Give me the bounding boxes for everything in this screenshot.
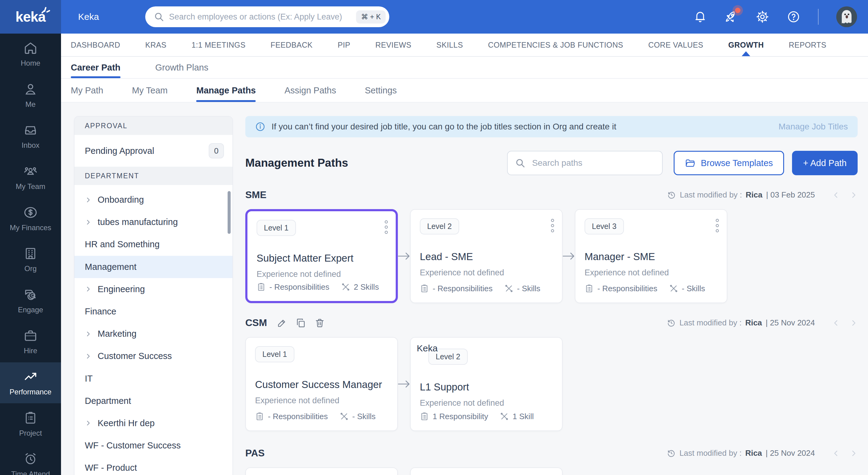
search-paths-input[interactable]	[531, 157, 655, 169]
home-icon	[23, 40, 38, 55]
department-item[interactable]: Engineering	[74, 278, 232, 300]
sidebar-item-engage[interactable]: Engage	[0, 280, 61, 322]
responsibilities-stat: 1 Responsibility	[420, 412, 488, 421]
sidebar-item-me[interactable]: Me	[0, 75, 61, 116]
nav-rows: DASHBOARD KRAS 1:1 MEETINGS FEEDBACK PIP…	[61, 34, 868, 102]
notifications-bell-icon[interactable]	[693, 10, 707, 24]
tab-growth-plans[interactable]: Growth Plans	[155, 57, 208, 78]
manage-paths-main: If you can’t find your desired job title…	[245, 116, 858, 475]
tab-growth[interactable]: GROWTH	[728, 34, 764, 56]
skills-stat: - Skills	[504, 284, 540, 293]
tab-reports[interactable]: REPORTS	[789, 34, 826, 56]
sidebar-item-my-team[interactable]: My Team	[0, 157, 61, 198]
pas-cards-row	[245, 467, 858, 475]
card-menu-icon[interactable]	[715, 218, 720, 234]
sidebar-item-inbox[interactable]: Inbox	[0, 116, 61, 157]
department-item[interactable]: WF - Product	[74, 457, 232, 475]
department-item[interactable]: Customer Success	[74, 345, 232, 367]
path-card-l1-support[interactable]: Keka Level 2 L1 Support Experience not d…	[410, 337, 563, 431]
folder-icon	[685, 158, 695, 168]
path-card[interactable]	[410, 467, 563, 475]
sidebar-item-home[interactable]: Home	[0, 34, 61, 75]
chevron-right-icon[interactable]	[85, 420, 98, 426]
shortcut-badge: ⌘ + K	[356, 10, 385, 24]
user-avatar[interactable]	[836, 6, 857, 27]
tab-kras[interactable]: KRAS	[145, 34, 166, 56]
department-item-selected[interactable]: Management	[74, 256, 232, 278]
settings-gear-icon[interactable]	[756, 10, 769, 24]
keka-overlay-text: Keka	[417, 343, 437, 354]
tab-pip[interactable]: PIP	[338, 34, 350, 56]
user-icon	[23, 82, 38, 96]
card-menu-icon[interactable]	[550, 218, 555, 234]
chevron-right-icon[interactable]	[85, 353, 98, 360]
card-title: L1 Support	[420, 381, 553, 393]
department-item[interactable]: IT	[74, 367, 232, 390]
department-item[interactable]: tubes manufacturing	[74, 211, 232, 233]
copy-icon[interactable]	[296, 318, 306, 328]
path-card-lead-sme[interactable]: Level 2 Lead - SME Experience not define…	[410, 209, 563, 303]
tab-assign-paths[interactable]: Assign Paths	[284, 79, 336, 102]
department-item[interactable]: Keerthi Hr dep	[74, 412, 232, 435]
department-item[interactable]: Marketing	[74, 323, 232, 345]
global-search-input[interactable]	[164, 12, 356, 22]
tab-core-values[interactable]: CORE VALUES	[648, 34, 703, 56]
sme-cards-row: Level 1 Subject Matter Expert Experience…	[245, 209, 858, 303]
chevron-right-icon[interactable]	[850, 191, 858, 199]
tab-dashboard[interactable]: DASHBOARD	[71, 34, 120, 56]
department-list-scrollbar[interactable]	[227, 191, 231, 234]
pending-approval-item[interactable]: Pending Approval 0	[74, 135, 232, 167]
performance-trend-icon	[23, 369, 38, 384]
search-paths-field[interactable]	[507, 151, 663, 175]
chevron-right-icon[interactable]	[85, 331, 98, 337]
chevron-left-icon[interactable]	[832, 191, 840, 199]
path-card-customer-success-manager[interactable]: Level 1 Customer Success Manager Experie…	[245, 337, 398, 431]
tab-1-1-meetings[interactable]: 1:1 MEETINGS	[192, 34, 246, 56]
chevron-right-icon[interactable]	[850, 319, 858, 327]
global-search[interactable]: ⌘ + K	[145, 6, 389, 27]
chevron-right-icon[interactable]	[850, 449, 858, 457]
sidebar-item-time-attend[interactable]: Time Attend	[0, 444, 61, 475]
department-item[interactable]: WF - Customer Success	[74, 435, 232, 457]
tab-career-path[interactable]: Career Path	[71, 57, 121, 78]
edit-pencil-icon[interactable]	[277, 318, 287, 328]
chevron-right-icon[interactable]	[85, 286, 98, 292]
browse-templates-button[interactable]: Browse Templates	[674, 151, 784, 175]
add-path-button[interactable]: + Add Path	[792, 151, 858, 175]
tab-reviews[interactable]: REVIEWS	[375, 34, 411, 56]
whats-new-rocket-icon[interactable]	[724, 10, 738, 24]
department-item[interactable]: Onboarding	[74, 189, 232, 211]
responsibilities-stat: - Responsibilities	[256, 282, 330, 292]
sidebar-item-project[interactable]: Project	[0, 403, 61, 444]
path-card[interactable]	[245, 467, 398, 475]
help-icon[interactable]	[787, 10, 800, 24]
sidebar-item-hire[interactable]: Hire	[0, 321, 61, 362]
sidebar-item-org[interactable]: Org	[0, 239, 61, 280]
keka-logo[interactable]: keka	[0, 0, 61, 34]
department-item[interactable]: Finance	[74, 300, 232, 323]
card-experience: Experience not defined	[585, 268, 718, 277]
card-title: Customer Success Manager	[255, 379, 389, 390]
manage-job-titles-link[interactable]: Manage Job Titles	[779, 122, 848, 131]
team-icon	[23, 164, 38, 179]
sidebar-item-my-finances[interactable]: My Finances	[0, 198, 61, 239]
chevron-left-icon[interactable]	[832, 319, 840, 327]
department-item[interactable]: Department	[74, 390, 232, 412]
last-modified-info: Last modified by : Rica | 03 Feb 2025	[667, 190, 858, 200]
tab-settings[interactable]: Settings	[365, 79, 397, 102]
chevron-right-icon[interactable]	[85, 219, 98, 226]
tab-my-path[interactable]: My Path	[71, 79, 103, 102]
delete-trash-icon[interactable]	[315, 318, 325, 328]
tab-competencies-job-functions[interactable]: COMPETENCIES & JOB FUNCTIONS	[488, 34, 623, 56]
card-menu-icon[interactable]	[383, 219, 389, 235]
path-card-manager-sme[interactable]: Level 3 Manager - SME Experience not def…	[575, 209, 727, 303]
tab-my-team[interactable]: My Team	[132, 79, 167, 102]
chevron-left-icon[interactable]	[832, 449, 840, 457]
tab-feedback[interactable]: FEEDBACK	[271, 34, 313, 56]
tab-skills[interactable]: SKILLS	[436, 34, 463, 56]
sidebar-item-performance[interactable]: Performance	[0, 362, 61, 404]
tab-manage-paths[interactable]: Manage Paths	[196, 79, 256, 102]
path-card-subject-matter-expert[interactable]: Level 1 Subject Matter Expert Experience…	[245, 209, 398, 303]
department-item[interactable]: HR and Something	[74, 233, 232, 256]
chevron-right-icon[interactable]	[85, 197, 98, 203]
